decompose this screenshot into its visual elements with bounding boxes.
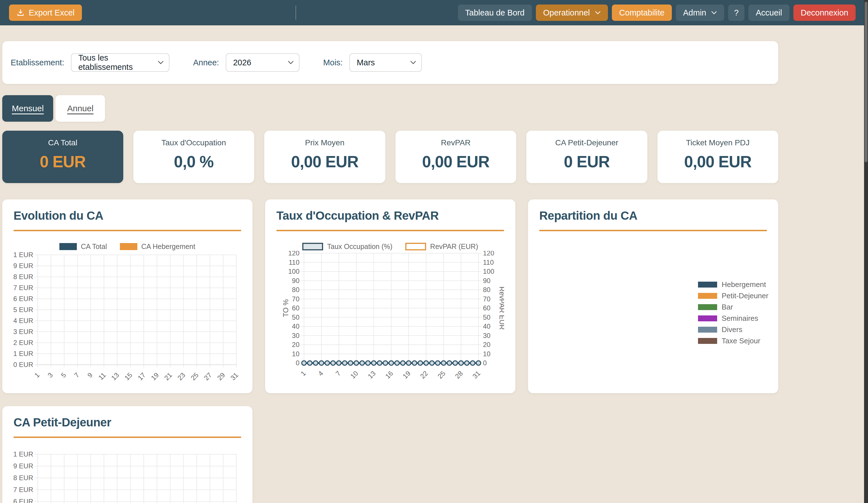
mois-select[interactable]: Mars <box>349 53 422 72</box>
svg-text:31: 31 <box>471 369 482 380</box>
annee-select[interactable]: 2026 <box>226 53 299 72</box>
legend-item-divers[interactable]: Divers <box>698 324 768 335</box>
legend-swatch <box>405 243 426 250</box>
nav-comptabilite-button[interactable]: Comptabilite <box>612 4 672 21</box>
legend-swatch <box>698 304 717 310</box>
svg-text:19: 19 <box>401 369 412 380</box>
nav-label: Deconnexion <box>801 8 848 18</box>
legend-swatch <box>120 243 137 250</box>
kpi-ticket-moyen-pdj: Ticket Moyen PDJ 0,00 EUR <box>658 131 778 183</box>
charts-row: Evolution du CA CA Total CA Hebergement … <box>2 199 778 393</box>
nav-operationnel-button[interactable]: Operationnel <box>536 4 608 21</box>
svg-text:50: 50 <box>483 313 490 321</box>
legend-swatch <box>698 315 717 321</box>
svg-text:20: 20 <box>292 341 299 349</box>
svg-text:110: 110 <box>289 259 299 266</box>
chevron-down-icon <box>711 11 717 14</box>
kpi-value: 0,0 % <box>174 152 214 171</box>
kpi-label: RevPAR <box>441 138 471 147</box>
chart-card-repartition-ca: Repartition du CA Hebergement Petit-Deje… <box>528 199 778 393</box>
nav-admin-button[interactable]: Admin <box>676 4 724 21</box>
svg-text:0,8 EUR: 0,8 EUR <box>13 474 33 482</box>
scrollbar-track[interactable] <box>864 0 868 503</box>
svg-text:22: 22 <box>419 369 430 380</box>
etablissement-value: Tous les etablissements <box>78 53 150 72</box>
chart-card-taux-occupation-revpar: Taux d'Occupation & RevPAR Taux Occupati… <box>265 199 515 393</box>
kpi-label: CA Petit-Dejeuner <box>555 138 618 147</box>
svg-text:13: 13 <box>110 371 121 382</box>
legend-item-taxe-sejour[interactable]: Taxe Sejour <box>698 335 768 346</box>
chart-title: CA Petit-Dejeuner <box>13 416 241 429</box>
nav-deconnexion-button[interactable]: Deconnexion <box>793 4 856 21</box>
legend-item-taux-occupation[interactable]: Taux Occupation (%) <box>302 242 392 251</box>
svg-text:30: 30 <box>483 332 490 339</box>
svg-text:1: 1 <box>299 369 307 378</box>
tab-label: Mensuel <box>12 104 44 113</box>
svg-text:0,3 EUR: 0,3 EUR <box>13 328 33 335</box>
chevron-down-icon <box>158 61 164 64</box>
legend-item-revpar[interactable]: RevPAR (EUR) <box>405 242 478 251</box>
legend-item-hebergement[interactable]: Hebergement <box>698 279 768 290</box>
legend-label: CA Hebergement <box>141 242 195 251</box>
annee-value: 2026 <box>233 58 251 67</box>
svg-text:80: 80 <box>483 286 490 293</box>
svg-text:60: 60 <box>292 304 299 312</box>
mois-label: Mois: <box>323 58 342 67</box>
mois-value: Mars <box>356 58 375 67</box>
legend-item-seminaires[interactable]: Seminaires <box>698 313 768 324</box>
bottom-row: CA Petit-Dejeuner 1 EUR0,9 EUR0,8 EUR0,7… <box>2 406 778 503</box>
kpi-label: Prix Moyen <box>305 138 344 147</box>
legend-label: Petit-Dejeuner <box>722 292 768 300</box>
svg-text:10: 10 <box>483 350 490 358</box>
svg-text:17: 17 <box>136 371 147 382</box>
etablissement-select[interactable]: Tous les etablissements <box>71 53 169 72</box>
annee-label: Annee: <box>193 58 219 67</box>
svg-text:110: 110 <box>483 259 494 266</box>
svg-text:120: 120 <box>483 251 494 257</box>
evolution-ca-chart: 1 EUR0,9 EUR0,8 EUR0,7 EUR0,6 EUR0,5 EUR… <box>13 251 241 385</box>
svg-text:1 EUR: 1 EUR <box>13 251 33 259</box>
taux-occupation-revpar-chart: 1201201101101001009090808070706060505040… <box>276 251 504 385</box>
legend-label: Seminaires <box>722 314 758 323</box>
tab-mensuel[interactable]: Mensuel <box>2 95 53 122</box>
svg-text:90: 90 <box>483 277 490 284</box>
svg-text:40: 40 <box>483 322 490 330</box>
legend-swatch <box>302 243 323 250</box>
legend-label: RevPAR (EUR) <box>430 242 478 251</box>
scrollbar-thumb[interactable] <box>865 2 867 162</box>
page: Export Excel Tableau de Bord Operationne… <box>0 0 864 503</box>
svg-text:23: 23 <box>176 371 187 382</box>
chart-card-evolution-ca: Evolution du CA CA Total CA Hebergement … <box>2 199 252 393</box>
svg-text:0,9 EUR: 0,9 EUR <box>13 462 33 470</box>
chevron-down-icon <box>595 11 601 14</box>
svg-text:29: 29 <box>216 371 226 382</box>
legend-item-ca-hebergement[interactable]: CA Hebergement <box>120 242 195 251</box>
svg-text:0,5 EUR: 0,5 EUR <box>13 306 33 313</box>
svg-text:0,8 EUR: 0,8 EUR <box>13 273 33 281</box>
legend-item-bar[interactable]: Bar <box>698 301 768 313</box>
download-icon <box>16 9 25 17</box>
svg-text:21: 21 <box>163 371 173 382</box>
svg-text:0: 0 <box>296 359 299 367</box>
pie-legend: Hebergement Petit-Dejeuner Bar Seminaire… <box>698 279 768 346</box>
legend-item-ca-total[interactable]: CA Total <box>59 242 107 251</box>
help-icon: ? <box>734 8 738 18</box>
nav-tableau-de-bord-button[interactable]: Tableau de Bord <box>458 4 532 21</box>
kpi-prix-moyen: Prix Moyen 0,00 EUR <box>264 131 385 183</box>
svg-text:70: 70 <box>483 295 490 303</box>
main-content: Etablissement: Tous les etablissements A… <box>2 41 778 503</box>
svg-text:4: 4 <box>317 369 325 378</box>
kpi-revpar: RevPAR 0,00 EUR <box>395 131 516 183</box>
nav-accueil-button[interactable]: Accueil <box>748 4 789 21</box>
svg-text:13: 13 <box>366 369 377 380</box>
kpi-value: 0,00 EUR <box>422 152 489 171</box>
svg-text:0,1 EUR: 0,1 EUR <box>13 350 33 358</box>
export-excel-button[interactable]: Export Excel <box>9 4 82 21</box>
tab-annuel[interactable]: Annuel <box>55 95 105 122</box>
svg-text:0,7 EUR: 0,7 EUR <box>13 486 33 493</box>
chart-title: Taux d'Occupation & RevPAR <box>276 209 504 222</box>
svg-text:30: 30 <box>292 332 299 339</box>
svg-text:120: 120 <box>288 251 299 257</box>
nav-help-button[interactable]: ? <box>728 4 744 21</box>
legend-item-petit-dejeuner[interactable]: Petit-Dejeuner <box>698 290 768 301</box>
